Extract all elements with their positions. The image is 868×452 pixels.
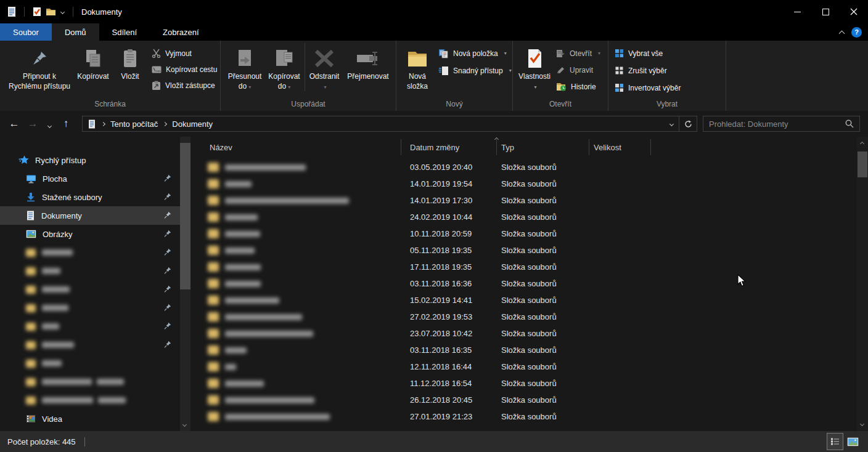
file-type: Složka souborů — [497, 296, 589, 305]
file-row[interactable]: 24.02.2019 10:44 Složka souborů — [197, 209, 857, 225]
invert-selection-button[interactable]: Invertovat výběr — [615, 81, 681, 94]
rename-button[interactable]: Přejmenovat — [343, 41, 393, 97]
sidebar-item-desktop[interactable]: Plocha — [0, 169, 180, 188]
refresh-icon[interactable] — [679, 116, 697, 131]
breadcrumb-current[interactable]: Dokumenty — [172, 119, 213, 129]
file-row[interactable]: 23.07.2018 10:42 Složka souborů — [197, 325, 857, 342]
scroll-up-icon[interactable] — [860, 142, 864, 146]
breadcrumb-separator-icon — [101, 121, 105, 126]
select-none-button[interactable]: Zrušit výběr — [615, 64, 681, 77]
quick-access-toolbar-dropdown-icon[interactable] — [57, 5, 67, 18]
maximize-button[interactable] — [811, 0, 840, 23]
scroll-down-icon[interactable] — [182, 422, 187, 427]
copy-to-button[interactable]: Kopírovatdo — [264, 41, 305, 97]
status-bar: Počet položek: 445 — [0, 431, 868, 452]
paste-button[interactable]: Vložit — [115, 41, 145, 97]
breadcrumb-root[interactable]: Tento počítač — [110, 119, 158, 129]
file-type: Složka souborů — [497, 262, 589, 272]
sidebar-item-videos[interactable]: Videa — [0, 410, 180, 428]
tab-share[interactable]: Sdílení — [99, 23, 150, 41]
sidebar-item-folder[interactable] — [0, 280, 180, 299]
properties-button[interactable]: Vlastnosti — [517, 41, 552, 97]
edit-button[interactable]: Upravit — [556, 63, 600, 76]
file-row[interactable]: 03.11.2018 16:36 Složka souborů — [197, 275, 857, 292]
cut-button[interactable]: Vyjmout — [152, 47, 217, 60]
ribbon-group-select: Vybrat vše Zrušit výběr Invertovat výběr… — [608, 41, 726, 111]
sidebar-item-downloads[interactable]: Stažené soubory — [0, 188, 180, 206]
dropdown-icon — [324, 84, 326, 90]
copy-path-button[interactable]: Kopírovat cestu — [152, 63, 217, 76]
file-row[interactable]: 15.02.2019 14:41 Složka souborů — [197, 292, 857, 309]
desktop-icon — [26, 174, 36, 184]
sidebar-item-folder[interactable] — [0, 336, 180, 354]
quick-access-new-folder-icon[interactable] — [44, 5, 57, 18]
open-button[interactable]: Otevřít — [556, 47, 600, 60]
sidebar-item-folder[interactable] — [0, 317, 180, 336]
address-bar[interactable]: Tento počítač Dokumenty — [82, 116, 697, 132]
quick-access-properties-icon[interactable] — [30, 5, 44, 18]
tab-file[interactable]: Soubor — [0, 23, 52, 41]
file-row[interactable]: 05.11.2018 19:35 Složka souborů — [197, 242, 857, 259]
tab-home[interactable]: Domů — [52, 23, 99, 41]
pin-to-quick-access-button[interactable]: Připnout kRychlému přístupu — [7, 41, 72, 97]
file-date: 26.12.2018 20:45 — [401, 395, 497, 405]
help-icon[interactable]: ? — [851, 27, 862, 38]
close-button[interactable] — [840, 0, 868, 23]
file-row[interactable]: 10.11.2018 20:59 Složka souborů — [197, 225, 857, 242]
column-header-name[interactable]: Název — [197, 139, 401, 155]
recent-locations-icon[interactable] — [42, 121, 57, 127]
history-button[interactable]: Historie — [556, 80, 600, 93]
column-header-type[interactable]: Typ — [497, 139, 589, 155]
scroll-down-icon[interactable] — [860, 422, 864, 426]
search-icon[interactable] — [845, 119, 854, 128]
sidebar-item-folder[interactable] — [0, 373, 180, 391]
paste-shortcut-button[interactable]: Vložit zástupce — [152, 79, 217, 92]
file-row[interactable]: 03.11.2018 16:35 Složka souborů — [197, 342, 857, 358]
address-dropdown-icon[interactable] — [664, 123, 679, 126]
redacted-folder-name — [42, 323, 59, 329]
copy-button[interactable]: Kopírovat — [72, 41, 115, 97]
sidebar-scrollbar[interactable] — [180, 137, 190, 431]
sidebar-item-pictures[interactable]: Obrázky — [0, 225, 180, 243]
tab-view[interactable]: Zobrazení — [150, 23, 212, 41]
sidebar-item-folder[interactable] — [0, 354, 180, 373]
collapse-ribbon-icon[interactable] — [839, 30, 845, 36]
up-icon[interactable]: ↑ — [57, 118, 75, 130]
sidebar-item-folder[interactable] — [0, 299, 180, 317]
folder-icon — [26, 360, 36, 368]
file-type: Složka souborů — [497, 412, 589, 421]
sidebar-scrollbar-thumb[interactable] — [180, 143, 190, 289]
column-header-date[interactable]: Datum změny — [401, 139, 497, 155]
sidebar-item-folder[interactable] — [0, 262, 180, 280]
filelist-scrollbar[interactable] — [857, 137, 868, 431]
ribbon-group-organize: Přesunoutdo Kopírovatdo Odstranit Přejme — [221, 41, 396, 111]
select-all-button[interactable]: Vybrat vše — [615, 47, 681, 60]
sidebar-item-folder[interactable] — [0, 391, 180, 410]
easy-access-button[interactable]: Snadný přístup — [438, 64, 512, 77]
minimize-button[interactable] — [783, 0, 811, 23]
thumbnail-view-button[interactable] — [845, 434, 861, 450]
move-to-button[interactable]: Přesunoutdo — [226, 41, 264, 97]
filelist-scrollbar-thumb[interactable] — [858, 151, 867, 177]
forward-icon[interactable]: → — [23, 118, 42, 130]
file-row[interactable]: 12.11.2018 16:44 Složka souborů — [197, 358, 857, 375]
ribbon-group-label: Vybrat — [608, 100, 726, 108]
file-row[interactable]: 17.11.2018 19:35 Složka souborů — [197, 259, 857, 275]
delete-button[interactable]: Odstranit — [305, 41, 343, 97]
search-box[interactable]: Prohledat: Dokumenty — [703, 116, 860, 132]
file-row[interactable]: 26.12.2018 20:45 Složka souborů — [197, 392, 857, 408]
file-row[interactable]: 14.01.2019 19:54 Složka souborů — [197, 176, 857, 192]
column-header-size[interactable]: Velikost — [589, 139, 651, 155]
file-row[interactable]: 03.05.2019 20:40 Složka souborů — [197, 159, 857, 176]
file-row[interactable]: 11.12.2018 16:54 Složka souborů — [197, 375, 857, 392]
sidebar-item-documents[interactable]: Dokumenty — [0, 206, 180, 225]
file-row[interactable]: 27.01.2019 21:23 Složka souborů — [197, 408, 857, 425]
file-row[interactable]: 27.02.2019 19:53 Složka souborů — [197, 309, 857, 325]
sidebar-item-folder[interactable] — [0, 243, 180, 262]
new-item-button[interactable]: Nová položka — [438, 47, 512, 60]
new-folder-button[interactable]: Novásložka — [401, 41, 433, 97]
details-view-button[interactable] — [827, 434, 843, 450]
file-row[interactable]: 14.01.2019 17:30 Složka souborů — [197, 192, 857, 209]
sidebar-item-quick-access[interactable]: Rychlý přístup — [0, 151, 180, 169]
back-icon[interactable]: ← — [5, 118, 23, 130]
